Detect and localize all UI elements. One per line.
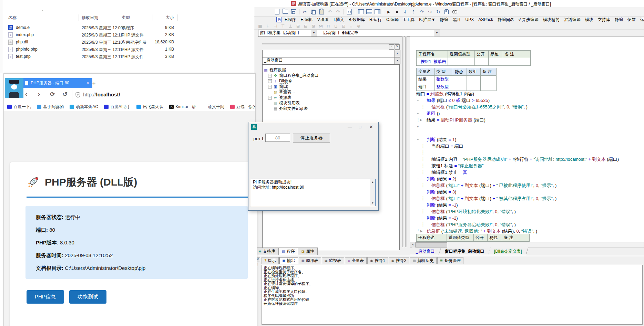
align-tool-icon[interactable]: ⊞ <box>295 24 301 29</box>
column-header-size[interactable]: 大小 <box>148 15 174 21</box>
expand-icon[interactable]: + <box>268 74 272 77</box>
expand-icon[interactable]: + <box>268 85 272 88</box>
menu-item[interactable]: I.插入 <box>334 17 344 23</box>
menu-item[interactable]: 静编 <box>440 17 448 23</box>
port-input[interactable]: 80 <box>265 134 290 142</box>
tree-item[interactable]: ▥模块引用表 <box>263 100 399 106</box>
bookmark-item[interactable]: 基于阿婆的 <box>37 104 64 110</box>
browser-tab[interactable]: PHP服务器 - 端口 80 ✕ <box>22 78 92 88</box>
new-tab-icon[interactable]: ＋ <box>91 80 97 87</box>
bookmark-item[interactable]: 讯飞星火认 <box>136 104 163 110</box>
align-tool-icon[interactable]: ⋈ <box>318 24 324 29</box>
menu-item[interactable]: ASPack <box>478 17 493 22</box>
menu-item[interactable]: F.程序 <box>285 17 296 23</box>
open-file-icon[interactable] <box>282 8 289 15</box>
layout-left-icon[interactable] <box>357 8 365 15</box>
panel-splitter[interactable] <box>401 36 409 247</box>
search-icon[interactable] <box>451 8 459 15</box>
menu-item[interactable]: 模块精简 <box>543 17 560 23</box>
menu-item[interactable]: 黑月 <box>453 17 461 23</box>
variable-row[interactable]: 端口整数型 <box>417 83 497 91</box>
bookmark-item[interactable]: ▤ 通义千问 <box>202 104 224 110</box>
menu-item[interactable]: 混淆编译 <box>564 17 581 23</box>
scroll-left-icon[interactable]: ◂ <box>410 242 416 248</box>
file-row[interactable]: phpinfo.php 2025/9/3 星期三 12:11 PHP 源文件 1… <box>0 46 254 53</box>
output-tab[interactable]: ◉ 监视表 <box>322 257 344 264</box>
tree-panel-header[interactable]: ▫ ✕ <box>262 43 399 50</box>
site-safety-icon[interactable] <box>75 92 80 98</box>
panel-close-icon[interactable]: ✕ <box>395 44 400 50</box>
output-tab[interactable]: ? 提示 <box>262 257 279 264</box>
menu-item[interactable]: R.运行 <box>369 17 382 23</box>
step-out-icon[interactable]: ↷ <box>418 8 426 15</box>
paste-icon[interactable] <box>318 8 325 15</box>
forward-icon[interactable]: › <box>38 91 40 98</box>
chevron-down-icon[interactable]: ▼ <box>311 30 317 36</box>
file-row[interactable]: php.dll 2025/9/3 星期三 12:10 应用程序扩展 18,620… <box>0 39 254 46</box>
align-tool-icon[interactable]: ⊟ <box>303 24 309 29</box>
column-header-date[interactable]: 修改日期 <box>82 15 98 21</box>
align-tool-icon[interactable]: ⊠ <box>310 24 316 29</box>
menu-item[interactable]: 模块 <box>585 17 593 23</box>
file-row[interactable]: index.php 2025/9/3 星期三 12:11 PHP 源文件 2 K… <box>0 31 254 39</box>
variable-row[interactable]: 结果整数型 <box>417 76 497 83</box>
column-header-type[interactable]: 类型 <box>122 15 130 21</box>
expand-icon[interactable]: + <box>268 79 272 83</box>
compiler-output[interactable]: 正在编译现行程序。正在检查重复子程序名。正在预处理现行程序。正在进行名称连接。正… <box>262 265 643 325</box>
tree-item[interactable]: ◍常量表... <box>263 89 399 95</box>
scroll-up-icon[interactable]: ▲ <box>370 179 375 185</box>
column-header-name[interactable]: 名称 <box>8 15 17 21</box>
menu-item[interactable]: 运 <box>640 17 644 23</box>
menu-item[interactable]: 便签 <box>627 17 636 23</box>
side-panel-tab[interactable]: ❖ 支持库 <box>255 248 279 255</box>
align-tool-icon[interactable]: ↔ <box>348 24 354 29</box>
horizontal-scrollbar[interactable]: ◂ <box>410 242 644 248</box>
browser-logo[interactable] <box>5 78 23 98</box>
menu-item[interactable]: √ 异步编译 <box>519 17 539 23</box>
app-title-bar[interactable]: 易 — □ ✕ <box>248 122 378 132</box>
tree-filter-combo[interactable]: ▼ <box>262 50 400 57</box>
editor-tab[interactable]: [Dll命令定义表] <box>488 248 529 255</box>
variable-table[interactable]: 变量名类 型 静态数组 备 注 结果整数型端口整数型 <box>416 68 497 91</box>
menu-item[interactable]: E.编辑 <box>300 17 313 23</box>
bookmark-item[interactable]: 萌新本炘AC <box>70 104 98 110</box>
tree-item[interactable]: ▤外部文件记录表 <box>263 106 399 111</box>
output-tab[interactable]: ◈ 变量表 <box>345 257 367 264</box>
file-row[interactable]: test.php 2025/9/3 星期三 12:11 PHP 源文件 3 KB <box>0 53 254 60</box>
align-tool-icon[interactable]: ⊓ <box>325 24 331 29</box>
stop-icon[interactable]: ■ <box>393 8 401 15</box>
tree-item[interactable]: +▣窗口 <box>263 84 399 89</box>
output-tab[interactable]: ◉ 搜寻1 <box>367 257 388 264</box>
minimize-icon[interactable]: — <box>346 124 354 130</box>
restart-icon[interactable]: ↻ <box>435 8 442 15</box>
subroutine-table[interactable]: 子程序名返回值类型 公开易包 备 注 _按钮1_被单击 <box>416 50 531 66</box>
menu-item[interactable]: B.数据库 <box>349 17 365 23</box>
assembly-combo[interactable]: 窗口程序集_启动窗口▼ <box>258 30 317 37</box>
scrollbar-thumb[interactable] <box>416 242 447 248</box>
step-over-icon[interactable]: ⇡ <box>410 8 417 15</box>
maximize-icon[interactable]: □ <box>356 124 364 130</box>
chevron-down-icon[interactable]: ▼ <box>434 30 440 36</box>
editor-tab[interactable]: 窗口程序集_启动窗口 <box>439 248 491 255</box>
layout-bottom-icon[interactable] <box>365 8 373 15</box>
run-icon[interactable]: ▶ <box>385 8 392 15</box>
new-file-icon[interactable] <box>273 8 281 15</box>
server-log-textbox[interactable]: ▲ ▼ PHP服务器启动成功!访问地址: http://localhost:80 <box>251 179 376 206</box>
output-tab[interactable]: ◉ 搜寻2 <box>389 257 409 264</box>
copy-icon[interactable] <box>309 8 317 15</box>
subroutine-row[interactable]: _按钮1_被单击 <box>417 58 531 66</box>
bookmark-item[interactable]: 豆包 - 你的 <box>230 104 255 110</box>
undo-icon[interactable]: ↺ <box>62 91 68 98</box>
back-icon[interactable]: ‹ <box>25 91 27 98</box>
editor-tab[interactable]: _启动窗口 <box>410 248 441 255</box>
menu-item[interactable]: 静编同名 <box>498 17 514 23</box>
sort-ascending-icon[interactable]: ˆ <box>42 10 43 13</box>
output-tab[interactable]: ▦ 调用表 <box>299 257 321 264</box>
bookmark-item[interactable]: K Kimi.ai - 帮 <box>169 104 196 110</box>
chevron-down-icon[interactable]: ▼ <box>394 57 400 64</box>
align-tool-icon[interactable]: ⊡ <box>340 24 347 29</box>
expand-icon[interactable]: + <box>268 96 272 99</box>
align-tool-icon[interactable]: ▦ <box>257 24 263 29</box>
bookmark-item[interactable]: 百度一下, <box>7 104 31 110</box>
ide-title-bar[interactable]: 易 易语言-加密狗版 [正在运行] - C:\Users\Administrat… <box>254 0 644 8</box>
